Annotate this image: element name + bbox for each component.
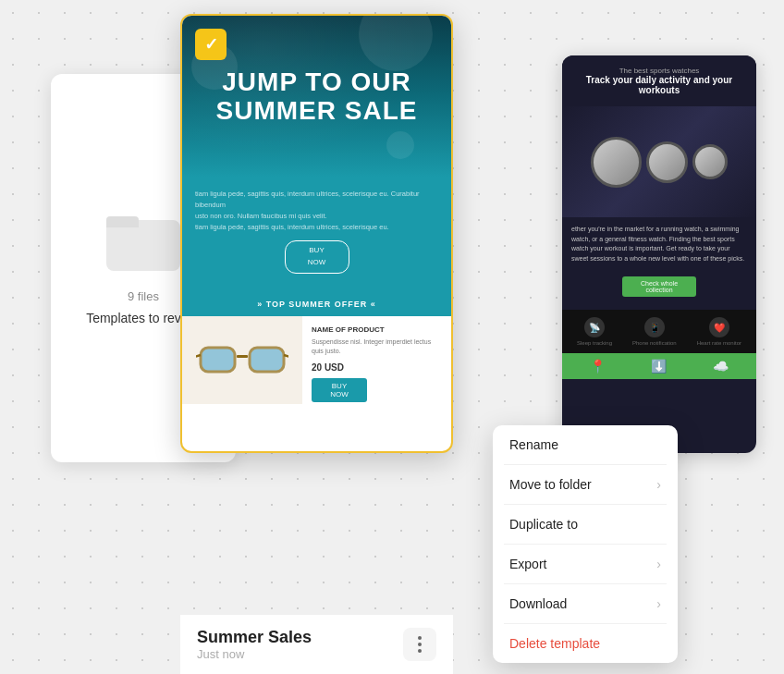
phone-notification-icon: 📱 [644, 317, 665, 337]
watch-feature-phone: 📱 Phone notification [632, 317, 677, 346]
heart-rate-label: Heart rate monitor [697, 340, 741, 346]
watch-features: 📡 Sleep tracking 📱 Phone notification ❤️… [562, 310, 756, 353]
dot-3 [418, 649, 422, 653]
watch-card-header: The best sports watches Track your daily… [562, 55, 756, 106]
move-to-folder-label: Move to folder [509, 477, 592, 492]
svg-rect-0 [237, 355, 248, 358]
watch-feature-sleep: 📡 Sleep tracking [577, 317, 612, 346]
product-info: NAME OF PRODUCT Suspendisse nisl. Intege… [302, 316, 451, 411]
svg-rect-2 [250, 348, 284, 372]
watch-collection-button[interactable]: Check whole collection [622, 276, 696, 297]
location-icon: 📍 [590, 359, 606, 374]
summer-card-footer: Summer Sales Just now [180, 614, 453, 674]
download-label: Download [509, 596, 567, 611]
sunglasses-image [182, 316, 302, 404]
card-footer-time: Just now [197, 647, 312, 661]
sleep-tracking-icon: 📡 [584, 317, 605, 337]
delete-template-label: Delete template [509, 636, 600, 651]
checkmark-icon: ✓ [204, 34, 218, 55]
watch-circle-large [591, 137, 642, 188]
more-options-button[interactable] [403, 628, 436, 661]
summer-body-text-2: usto non oro. Nullam faucibus mi quis ve… [195, 211, 438, 222]
product-name: NAME OF PRODUCT [312, 325, 442, 334]
summer-buy-now-button[interactable]: BUY NOW [285, 240, 349, 274]
dot-2 [418, 643, 422, 646]
summer-product-section: NAME OF PRODUCT Suspendisse nisl. Intege… [182, 316, 451, 411]
selected-badge: ✓ [195, 29, 227, 60]
product-buy-button[interactable]: BUY NOW [312, 378, 367, 402]
watch-card-subtitle: Track your daily activity and your worko… [573, 75, 745, 95]
card-footer-title: Summer Sales [197, 628, 312, 647]
watch-circle-small [692, 144, 728, 179]
watch-body-text: ether you're in the market for a running… [571, 226, 744, 262]
watch-card-image [562, 106, 756, 217]
menu-item-rename[interactable]: Rename [493, 425, 678, 464]
phone-notification-label: Phone notification [632, 340, 677, 346]
bubble-decoration-3 [386, 131, 414, 159]
watch-template-card: The best sports watches Track your daily… [562, 55, 756, 453]
summer-offer-label: » TOP SUMMER OFFER « [182, 292, 451, 316]
export-label: Export [509, 557, 546, 571]
summer-sale-title: JUMP TO OUR SUMMER SALE [216, 68, 418, 126]
menu-item-delete-template[interactable]: Delete template [493, 624, 678, 663]
card-footer-info: Summer Sales Just now [197, 628, 312, 661]
menu-item-export[interactable]: Export › [493, 545, 678, 583]
move-to-folder-chevron-icon: › [656, 477, 661, 492]
context-menu: Rename Move to folder › Duplicate to Exp… [493, 425, 678, 663]
weather-icon: ☁️ [713, 359, 729, 374]
watch-circles [591, 137, 728, 188]
product-price: 20 USD [312, 362, 442, 373]
bubble-decoration-1 [359, 16, 433, 71]
menu-item-duplicate-to[interactable]: Duplicate to [493, 505, 678, 544]
heart-rate-icon: ❤️ [709, 317, 729, 337]
watch-card-body: ether you're in the market for a running… [562, 217, 756, 271]
sunglasses-svg [196, 335, 288, 386]
export-chevron-icon: › [656, 557, 661, 571]
summer-body-text-3: tiam ligula pede, sagittis quis, interdu… [195, 222, 438, 233]
summer-sale-card: ✓ JUMP TO OUR SUMMER SALE tiam ligula pe… [180, 14, 453, 453]
folder-icon [106, 211, 180, 271]
sleep-tracking-label: Sleep tracking [577, 340, 612, 346]
download-icon: ⬇️ [651, 359, 667, 374]
summer-body-text-1: tiam ligula pede, sagittis quis, interdu… [195, 189, 438, 211]
watch-circle-medium [646, 141, 688, 183]
watch-feature-heart: ❤️ Heart rate monitor [697, 317, 741, 346]
download-chevron-icon: › [656, 596, 661, 611]
product-description: Suspendisse nisl. Integer imperdiet lect… [312, 337, 442, 357]
menu-item-move-to-folder[interactable]: Move to folder › [493, 465, 678, 504]
menu-item-download[interactable]: Download › [493, 584, 678, 623]
summer-card-text-section: tiam ligula pede, sagittis quis, interdu… [182, 178, 451, 292]
duplicate-to-label: Duplicate to [509, 517, 578, 532]
watch-bottom-bar: 📍 ⬇️ ☁️ [562, 353, 756, 379]
folder-files-count: 9 files [128, 289, 159, 303]
watch-card-title: The best sports watches [573, 67, 745, 75]
dot-1 [418, 636, 422, 640]
svg-rect-1 [201, 348, 235, 372]
rename-label: Rename [509, 437, 558, 452]
